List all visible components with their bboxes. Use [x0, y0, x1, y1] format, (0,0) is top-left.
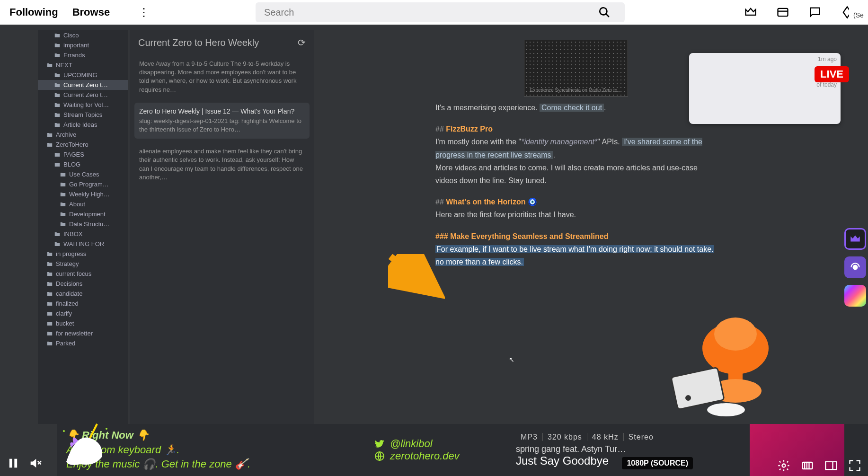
tree-item[interactable]: Data Structu…	[38, 219, 128, 229]
pause-button[interactable]	[7, 457, 20, 470]
tree-item[interactable]: Current Zero t…	[38, 80, 128, 90]
live-badge: LIVE	[815, 66, 849, 82]
tree-item[interactable]: Go Program…	[38, 179, 128, 189]
chat-time: 1m ago	[818, 56, 837, 62]
tree-item[interactable]: INBOX	[38, 229, 128, 239]
tree-item[interactable]: Decisions	[38, 279, 128, 289]
inbox-icon[interactable]	[776, 6, 789, 19]
folder-icon	[60, 181, 66, 188]
heading-2: ## FizzBuzz Pro	[435, 123, 717, 135]
tree-item-label: Use Cases	[69, 171, 99, 178]
tree-item-label: ZeroToHero	[56, 141, 89, 148]
tree-item-label: Development	[69, 211, 106, 218]
tree-item[interactable]: Current Zero t…	[38, 90, 128, 100]
tree-item[interactable]: ZeroToHero	[38, 140, 128, 150]
tree-item[interactable]: About	[38, 199, 128, 209]
folder-icon	[46, 320, 53, 327]
svg-rect-16	[9, 459, 12, 468]
tree-item[interactable]: Cisco	[38, 30, 128, 40]
tree-item-label: Archive	[56, 131, 76, 138]
search-button[interactable]	[593, 2, 616, 22]
note-list-panel: Current Zero to Hero Weekly⟳ Move Away f…	[130, 30, 314, 424]
video-player-controls	[0, 450, 868, 476]
tree-item[interactable]: Errands	[38, 50, 128, 60]
tree-item-label: Article Ideas	[63, 121, 97, 128]
folder-icon	[46, 132, 53, 138]
tree-item[interactable]: Parked	[38, 338, 128, 348]
tab-browse[interactable]: Browse	[72, 6, 110, 18]
tree-item[interactable]: important	[38, 40, 128, 50]
nav-tabs: Following Browse	[9, 6, 110, 18]
tree-item[interactable]: Stream Topics	[38, 110, 128, 120]
tree-item[interactable]: NEXT	[38, 60, 128, 70]
tree-item-label: Strategy	[56, 260, 79, 267]
tree-item-label: Stream Topics	[63, 111, 102, 118]
notes-tree-sidebar: CiscoimportantErrandsNEXTUPCOMINGCurrent…	[38, 30, 128, 424]
note-card[interactable]: alienate employees and make them feel li…	[134, 142, 310, 186]
tree-item[interactable]: Archive	[38, 130, 128, 140]
folder-icon	[46, 62, 53, 69]
tree-item[interactable]: Development	[38, 209, 128, 219]
twitter-icon	[374, 438, 385, 450]
tree-item[interactable]: Article Ideas	[38, 120, 128, 130]
folder-icon	[54, 72, 61, 79]
prime-loot-icon[interactable]	[744, 6, 757, 19]
tab-following[interactable]: Following	[9, 6, 58, 18]
tree-item[interactable]: for newsletter	[38, 328, 128, 338]
tree-item[interactable]: PAGES	[38, 150, 128, 159]
sync-icon[interactable]: ⟳	[298, 37, 306, 48]
folder-icon	[46, 310, 53, 317]
heading-3: ### Make Everything Seamless and Streaml…	[435, 230, 717, 243]
tree-item[interactable]: bucket	[38, 318, 128, 328]
tree-item-label: important	[63, 42, 89, 49]
folder-icon	[46, 340, 53, 347]
folder-icon	[54, 42, 61, 49]
highlighted-text: For example, if I want to be live stream…	[435, 245, 714, 266]
tree-item-label: About	[69, 201, 85, 208]
embedded-image: Experience Synesthesia on Radio Zero to…	[524, 40, 628, 97]
tree-item[interactable]: current focus	[38, 269, 128, 279]
mute-button[interactable]	[28, 457, 42, 470]
heading-2: ## What's on the Horizon 🧿	[435, 195, 717, 208]
note-card[interactable]: Move Away from a 9-to-5 Culture The 9-to…	[134, 55, 310, 99]
folder-icon	[54, 231, 61, 238]
tree-item-label: Cisco	[63, 32, 79, 39]
tree-item[interactable]: UPCOMING	[38, 70, 128, 80]
tree-item[interactable]: WAITING FOR	[38, 239, 128, 249]
folder-icon	[46, 300, 53, 307]
folder-icon	[54, 102, 61, 108]
tree-item[interactable]: Waiting for Vol…	[38, 100, 128, 110]
video-player-area: CiscoimportantErrandsNEXTUPCOMINGCurrent…	[0, 25, 868, 476]
folder-icon	[60, 171, 66, 178]
tree-item[interactable]: finalized	[38, 299, 128, 309]
extension-sound-alerts-icon[interactable]	[844, 256, 866, 278]
tree-item-label: UPCOMING	[63, 71, 97, 79]
tree-item[interactable]: BLOG	[38, 159, 128, 169]
extension-pride-icon[interactable]	[844, 285, 866, 307]
folder-icon	[54, 32, 61, 39]
folder-icon	[46, 141, 53, 148]
folder-icon	[54, 161, 61, 168]
collapsed-side-panel[interactable]: (Se	[849, 6, 868, 25]
tree-item-label: clarify	[56, 310, 72, 317]
note-card-body: alienate employees and make them feel li…	[139, 147, 305, 182]
tree-item[interactable]: clarify	[38, 309, 128, 318]
folder-icon	[46, 291, 53, 297]
tree-item[interactable]: Weekly High…	[38, 189, 128, 199]
whispers-icon[interactable]	[808, 6, 822, 19]
note-card[interactable]: Zero to Hero Weekly | Issue 12 — What's …	[134, 103, 310, 139]
tree-item[interactable]: Use Cases	[38, 169, 128, 179]
tree-item-label: INBOX	[63, 230, 82, 238]
folder-icon	[60, 211, 66, 218]
tree-item[interactable]: Strategy	[38, 259, 128, 269]
tree-item-label: BLOG	[63, 161, 80, 168]
extension-crown-icon[interactable]	[844, 228, 866, 250]
tree-item[interactable]: candidate	[38, 289, 128, 299]
tree-item-label: Go Program…	[69, 181, 109, 188]
tree-item-label: Current Zero t…	[63, 91, 108, 98]
tree-item[interactable]: in progress	[38, 249, 128, 259]
search-input[interactable]	[264, 7, 593, 18]
chat-preview-card[interactable]: 1m ago of today	[689, 53, 841, 124]
more-menu-button[interactable]: ⋮	[138, 6, 150, 19]
editor-link[interactable]: Come check it out	[540, 104, 604, 112]
